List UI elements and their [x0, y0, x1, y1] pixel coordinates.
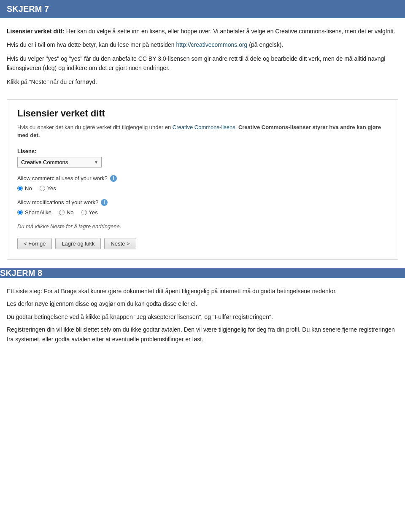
modifications-yes-label: Yes [89, 209, 98, 216]
skjerm8-title: SKJERM 8 [0, 268, 405, 278]
commercial-options: No Yes [17, 185, 388, 192]
commercial-info-icon[interactable]: i [110, 175, 117, 182]
license-field-group: Lisens: Creative Commons Ingen lisens Pu… [17, 148, 388, 167]
modifications-no-option[interactable]: No [59, 209, 74, 216]
skjerm7-title: SKJERM 7 [7, 4, 398, 14]
save-close-button[interactable]: Lagre og lukk [55, 238, 101, 249]
skjerm8-para1: Ett siste steg: For at Brage skal kunne … [7, 286, 398, 296]
save-note: Du må klikke Neste for å lagre endringen… [17, 223, 388, 230]
commercial-question-text: Allow commercial uses of your work? [17, 175, 108, 181]
form-intro: Hvis du ønsker det kan du gjøre verket d… [17, 123, 388, 140]
modifications-question-text: Allow modifications of your work? [17, 199, 98, 205]
modifications-no-radio[interactable] [59, 210, 65, 215]
modifications-question: Allow modifications of your work? i [17, 199, 388, 206]
license-select-wrapper: Creative Commons Ingen lisens Public Dom… [17, 157, 102, 167]
commercial-no-label: No [25, 185, 32, 192]
commercial-yes-option[interactable]: Yes [40, 185, 56, 192]
commercial-radio-group: Allow commercial uses of your work? i No… [17, 175, 388, 192]
instruction-para1: Lisensier verket ditt: Her kan du velge … [7, 27, 398, 36]
instruction-para3: Hvis du velger "yes" og "yes" får du den… [7, 54, 398, 73]
form-intro-start: Hvis du ønsker det kan du gjøre verket d… [17, 124, 173, 130]
creativecommons-link[interactable]: http://creativecommons.org [176, 41, 248, 48]
instruction-para4: Klikk på “Neste” når du er fornøyd. [7, 77, 398, 86]
modifications-sharealike-radio[interactable] [17, 210, 23, 215]
instruction-para1-rest: Her kan du velge å sette inn en lisens, … [65, 28, 395, 35]
skjerm7-header: SKJERM 7 [0, 0, 405, 18]
modifications-yes-option[interactable]: Yes [81, 209, 98, 216]
form-intro-middle: . [235, 124, 238, 130]
skjerm8-para3: Du godtar betingelsene ved å klikke på k… [7, 312, 398, 321]
commercial-no-option[interactable]: No [17, 185, 32, 192]
form-title: Lisensier verket ditt [17, 108, 388, 119]
modifications-info-icon[interactable]: i [101, 199, 108, 206]
instruction-bold: Lisensier verket ditt: [7, 28, 65, 35]
next-button[interactable]: Neste > [104, 238, 136, 249]
instruction-para2-start: Hvis du er i tvil om hva dette betyr, ka… [7, 41, 176, 48]
modifications-yes-radio[interactable] [81, 210, 87, 215]
instruction-para2-end: (på engelsk). [247, 41, 283, 48]
skjerm8-para4: Registreringen din vil ikke bli slettet … [7, 325, 398, 344]
skjerm7-instructions: Lisensier verket ditt: Her kan du velge … [0, 18, 405, 95]
commercial-question: Allow commercial uses of your work? i [17, 175, 388, 182]
prev-button[interactable]: < Forrige [17, 238, 52, 249]
skjerm8-instructions: Ett siste steg: For at Brage skal kunne … [0, 278, 405, 351]
skjerm8-para2: Les derfor nøye igjennom disse og avgjør… [7, 299, 398, 308]
modifications-sharealike-label: ShareAlike [25, 209, 51, 216]
skjerm8-header: SKJERM 8 [0, 268, 405, 278]
commercial-yes-radio[interactable] [40, 186, 45, 191]
modifications-radio-group: Allow modifications of your work? i Shar… [17, 199, 388, 216]
form-button-row: < Forrige Lagre og lukk Neste > [17, 238, 388, 249]
license-select[interactable]: Creative Commons Ingen lisens Public Dom… [17, 157, 102, 167]
commercial-no-radio[interactable] [17, 186, 23, 191]
modifications-options: ShareAlike No Yes [17, 209, 388, 216]
modifications-no-label: No [67, 209, 74, 216]
commercial-yes-label: Yes [47, 185, 56, 192]
license-form: Lisensier verket ditt Hvis du ønsker det… [7, 99, 398, 260]
license-label: Lisens: [17, 148, 388, 154]
cc-link[interactable]: Creative Commons-lisens [173, 124, 235, 130]
modifications-sharealike-option[interactable]: ShareAlike [17, 209, 51, 216]
instruction-para2: Hvis du er i tvil om hva dette betyr, ka… [7, 40, 398, 49]
